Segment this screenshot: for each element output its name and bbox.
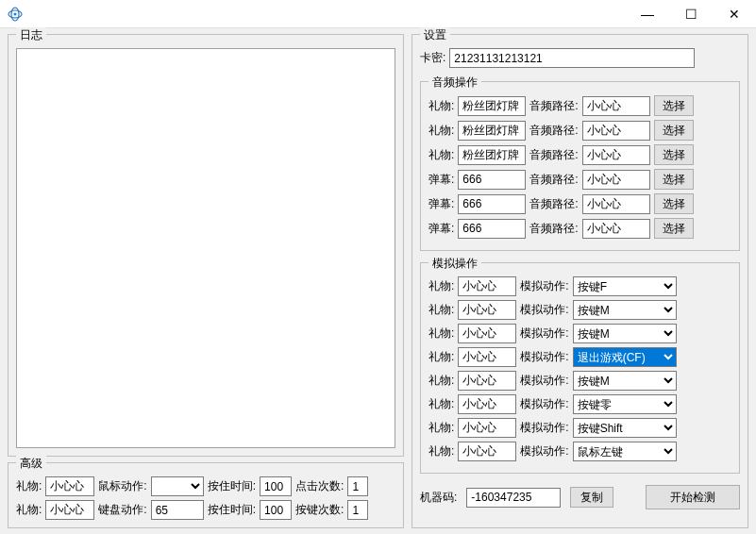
sim-gift-label: 礼物: [428,373,454,389]
adv-click-label: 点击次数: [295,478,344,494]
sim-gift-label: 礼物: [428,349,454,365]
sim-action-select[interactable]: 按键M [573,371,677,391]
audio-key-label: 弹幕: [428,196,454,212]
audio-path-input[interactable] [582,96,650,116]
audio-key-label: 礼物: [428,147,454,163]
audio-path-label: 音频路径: [529,172,578,188]
adv-gift2-label: 礼物: [16,502,42,518]
minimize-button[interactable]: — [626,0,669,28]
sim-row: 礼物:模拟动作:鼠标左键 [428,442,731,461]
sim-row: 礼物:模拟动作:按键Shift [428,418,731,438]
audio-key-input[interactable] [458,145,526,165]
adv-click-input[interactable] [347,476,368,496]
audio-group: 音频操作 礼物:音频路径:选择礼物:音频路径:选择礼物:音频路径:选择弹幕:音频… [420,81,740,251]
audio-key-input[interactable] [458,170,526,190]
sim-gift-label: 礼物: [428,302,454,318]
audio-path-input[interactable] [582,194,650,214]
adv-gift-label: 礼物: [16,478,42,494]
audio-key-label: 弹幕: [428,172,454,188]
sim-gift-label: 礼物: [428,420,454,436]
sim-action-select[interactable]: 退出游戏(CF) [573,347,677,367]
sim-action-label: 模拟动作: [520,278,568,294]
audio-select-button[interactable]: 选择 [654,120,694,141]
sim-gift-input[interactable] [458,418,516,438]
adv-mouse-select[interactable] [151,476,204,496]
settings-group: 设置 卡密: 音频操作 礼物:音频路径:选择礼物:音频路径:选择礼物:音频路径:… [412,34,748,528]
audio-select-button[interactable]: 选择 [654,193,694,214]
sim-gift-input[interactable] [458,324,516,343]
adv-keyboard-input[interactable] [151,500,204,520]
app-window: — ☐ ✕ 日志 高级 礼物: 鼠标动作: 按住时间: 点击次数: [0,0,756,534]
audio-key-input[interactable] [458,219,526,239]
maximize-button[interactable]: ☐ [669,0,713,28]
audio-path-label: 音频路径: [529,123,578,139]
log-legend: 日志 [16,27,46,43]
card-input[interactable] [449,48,695,68]
audio-key-input[interactable] [458,96,526,116]
sim-action-select[interactable]: 按键Shift [573,418,677,438]
sim-action-label: 模拟动作: [520,420,568,436]
audio-row: 礼物:音频路径:选择 [428,144,731,165]
copy-button[interactable]: 复制 [570,487,613,508]
audio-key-input[interactable] [458,121,526,141]
audio-path-label: 音频路径: [529,98,578,114]
sim-action-select[interactable]: 鼠标左键 [573,442,677,461]
content: 日志 高级 礼物: 鼠标动作: 按住时间: 点击次数: 礼物: [0,28,756,534]
adv-keycount-label: 按键次数: [295,502,344,518]
audio-row: 弹幕:音频路径:选择 [428,169,731,190]
audio-path-input[interactable] [582,145,650,165]
sim-gift-input[interactable] [458,276,516,296]
sim-action-label: 模拟动作: [520,443,568,459]
adv-keycount-input[interactable] [347,500,368,520]
audio-path-label: 音频路径: [529,221,578,237]
sim-action-select[interactable]: 按键零 [573,394,677,414]
sim-row: 礼物:模拟动作:按键零 [428,394,731,414]
audio-path-input[interactable] [582,170,650,190]
audio-select-button[interactable]: 选择 [654,218,694,239]
machine-input[interactable] [466,488,561,508]
adv-hold1-label: 按住时间: [208,478,256,494]
sim-gift-input[interactable] [458,347,516,367]
audio-row: 礼物:音频路径:选择 [428,95,731,116]
app-icon [8,7,23,22]
audio-select-button[interactable]: 选择 [654,95,694,116]
sim-gift-input[interactable] [458,371,516,391]
sim-action-select[interactable]: 按键F [573,276,677,296]
adv-gift1-input[interactable] [45,476,94,496]
sim-gift-input[interactable] [458,442,516,461]
adv-hold2-input[interactable] [260,500,292,520]
adv-gift2-input[interactable] [45,500,94,520]
sim-gift-input[interactable] [458,394,516,414]
audio-key-label: 礼物: [428,123,454,139]
audio-select-button[interactable]: 选择 [654,169,694,190]
audio-key-label: 弹幕: [428,221,454,237]
audio-path-input[interactable] [582,121,650,141]
sim-group: 模拟操作 礼物:模拟动作:按键F礼物:模拟动作:按键M礼物:模拟动作:按键M礼物… [420,262,740,474]
sim-action-label: 模拟动作: [520,302,568,318]
left-column: 日志 高级 礼物: 鼠标动作: 按住时间: 点击次数: 礼物: [8,34,404,528]
sim-action-label: 模拟动作: [520,325,568,342]
close-button[interactable]: ✕ [713,0,756,28]
audio-row: 弹幕:音频路径:选择 [428,218,731,239]
log-group: 日志 [8,34,404,457]
sim-gift-label: 礼物: [428,278,454,294]
log-textarea[interactable] [16,48,395,448]
card-label: 卡密: [420,50,445,66]
machine-label: 机器码: [420,490,457,506]
advanced-legend: 高级 [16,456,46,472]
right-column: 设置 卡密: 音频操作 礼物:音频路径:选择礼物:音频路径:选择礼物:音频路径:… [412,34,748,528]
sim-row: 礼物:模拟动作:按键M [428,371,731,391]
adv-hold1-input[interactable] [260,476,292,496]
audio-key-input[interactable] [458,194,526,214]
adv-hold2-label: 按住时间: [208,502,256,518]
titlebar: — ☐ ✕ [0,0,756,28]
sim-action-select[interactable]: 按键M [573,300,677,320]
settings-legend: 设置 [420,27,450,43]
audio-select-button[interactable]: 选择 [654,144,694,165]
sim-gift-label: 礼物: [428,325,454,342]
sim-row: 礼物:模拟动作:按键F [428,276,731,296]
start-detect-button[interactable]: 开始检测 [646,485,740,509]
sim-action-select[interactable]: 按键M [573,324,677,343]
sim-gift-input[interactable] [458,300,516,320]
audio-path-input[interactable] [582,219,650,239]
